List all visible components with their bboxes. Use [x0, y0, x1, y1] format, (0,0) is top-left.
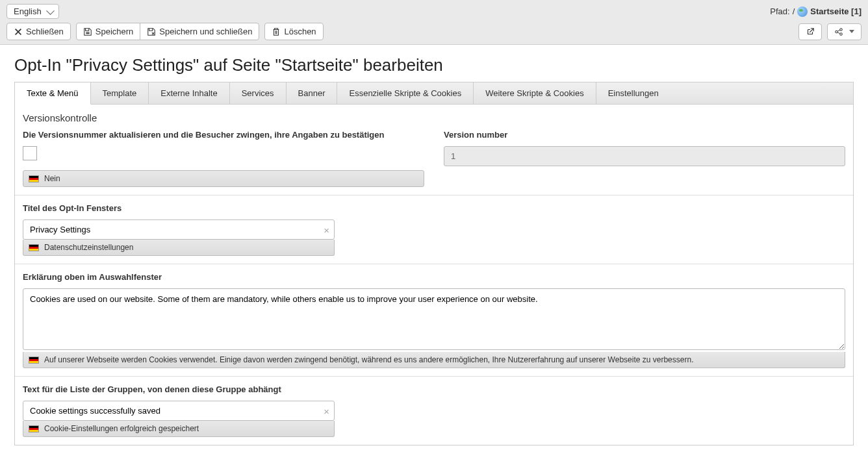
tab-template[interactable]: Template: [91, 82, 149, 104]
tab-services[interactable]: Services: [230, 82, 287, 104]
force-confirm-checkbox[interactable]: [23, 146, 37, 160]
close-icon: [14, 27, 23, 36]
globe-icon: [797, 6, 808, 17]
window-title-translation[interactable]: Datenschutzeinstellungen: [23, 240, 335, 256]
tab-externe-inhalte[interactable]: Externe Inhalte: [149, 82, 229, 104]
clear-icon[interactable]: ×: [324, 405, 329, 416]
language-select[interactable]: English: [6, 4, 59, 19]
save-button[interactable]: Speichern: [76, 23, 141, 40]
group-text-label: Text für die Liste der Gruppen, von dene…: [23, 384, 845, 394]
explanation-textarea[interactable]: [23, 288, 845, 350]
explanation-label: Erklärung oben im Auswahlfenster: [23, 272, 845, 282]
external-link-icon: [806, 27, 815, 36]
window-title-translation-text: Datenschutzeinstellungen: [44, 243, 133, 252]
breadcrumb-current[interactable]: Startseite [1]: [810, 6, 862, 16]
save-close-icon: [147, 27, 156, 36]
flag-de-icon: [29, 425, 39, 432]
close-button[interactable]: Schließen: [6, 23, 71, 40]
section-title-version: Versionskontrolle: [23, 112, 845, 123]
trash-icon: [272, 27, 281, 36]
force-confirm-translation[interactable]: Nein: [23, 170, 424, 187]
path-sep: /: [793, 6, 795, 16]
path-label: Pfad:: [770, 6, 789, 16]
svg-point-0: [836, 31, 838, 33]
share-button[interactable]: [827, 23, 862, 40]
delete-button-label: Löschen: [284, 27, 316, 36]
group-text-input[interactable]: [23, 401, 335, 421]
open-external-button[interactable]: [798, 23, 822, 40]
force-confirm-label: Die Versionsnummer aktualisieren und die…: [23, 130, 424, 140]
share-icon: [834, 27, 843, 36]
tab-essenzielle[interactable]: Essenzielle Skripte & Cookies: [337, 82, 474, 104]
tab-texte-menu[interactable]: Texte & Menü: [15, 82, 91, 105]
tab-banner[interactable]: Banner: [287, 82, 338, 104]
flag-de-icon: [29, 357, 39, 364]
version-number-label: Version number: [444, 130, 845, 140]
clear-icon[interactable]: ×: [324, 224, 329, 235]
version-number-input[interactable]: [444, 146, 845, 166]
explanation-translation-text: Auf unserer Webseite werden Cookies verw…: [44, 355, 693, 364]
language-select-value: English: [14, 6, 42, 16]
tab-bar: Texte & Menü Template Externe Inhalte Se…: [14, 82, 854, 104]
window-title-input[interactable]: [23, 219, 335, 240]
tab-weitere[interactable]: Weitere Skripte & Cookies: [474, 82, 596, 104]
svg-point-1: [840, 28, 843, 31]
save-close-button-label: Speichern und schließen: [159, 27, 252, 36]
group-text-translation-text: Cookie-Einstellungen erfolgreich gespeic…: [44, 424, 199, 433]
delete-button[interactable]: Löschen: [264, 23, 323, 40]
flag-de-icon: [29, 175, 39, 182]
explanation-translation[interactable]: Auf unserer Webseite werden Cookies verw…: [23, 352, 845, 368]
chevron-down-icon: [849, 30, 854, 33]
save-close-button[interactable]: Speichern und schließen: [140, 23, 259, 40]
group-text-translation[interactable]: Cookie-Einstellungen erfolgreich gespeic…: [23, 421, 335, 437]
page-title: Opt-In "Privacy Settings" auf Seite "Sta…: [0, 45, 868, 82]
svg-point-2: [840, 32, 843, 35]
breadcrumb: Pfad: / Startseite [1]: [770, 6, 862, 17]
force-confirm-translation-text: Nein: [44, 174, 60, 183]
save-icon: [83, 27, 92, 36]
save-button-label: Speichern: [96, 27, 134, 36]
tab-einstellungen[interactable]: Einstellungen: [596, 82, 670, 104]
close-button-label: Schließen: [26, 27, 64, 36]
flag-de-icon: [29, 244, 39, 251]
window-title-label: Titel des Opt-In Fensters: [23, 203, 845, 213]
